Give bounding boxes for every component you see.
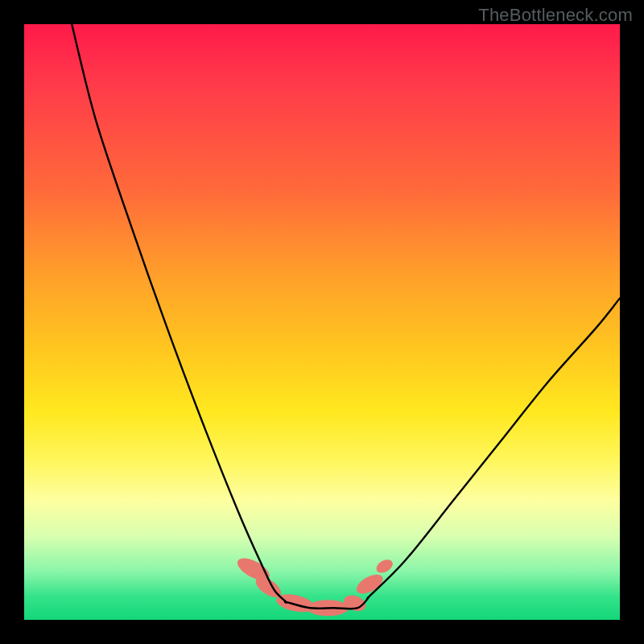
bottleneck-curve <box>72 24 620 609</box>
valley-marker <box>374 557 395 576</box>
markers-group <box>234 554 395 616</box>
plot-area <box>24 24 620 620</box>
chart-frame: TheBottleneck.com <box>0 0 644 644</box>
curve-svg <box>24 24 620 620</box>
attribution-text: TheBottleneck.com <box>478 5 633 26</box>
